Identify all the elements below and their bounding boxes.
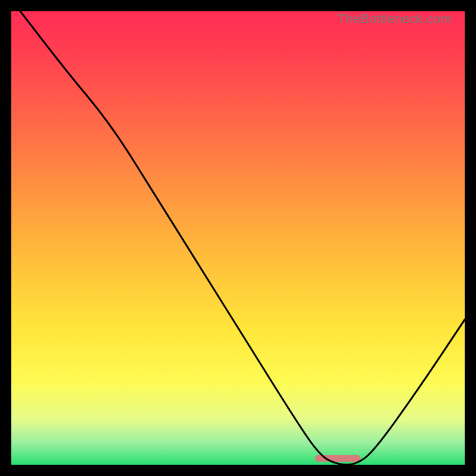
bottleneck-chart — [11, 11, 465, 465]
watermark-text: TheBottleneck.com — [337, 11, 452, 27]
gradient-bg — [11, 11, 465, 465]
chart-frame: TheBottleneck.com — [11, 11, 465, 465]
